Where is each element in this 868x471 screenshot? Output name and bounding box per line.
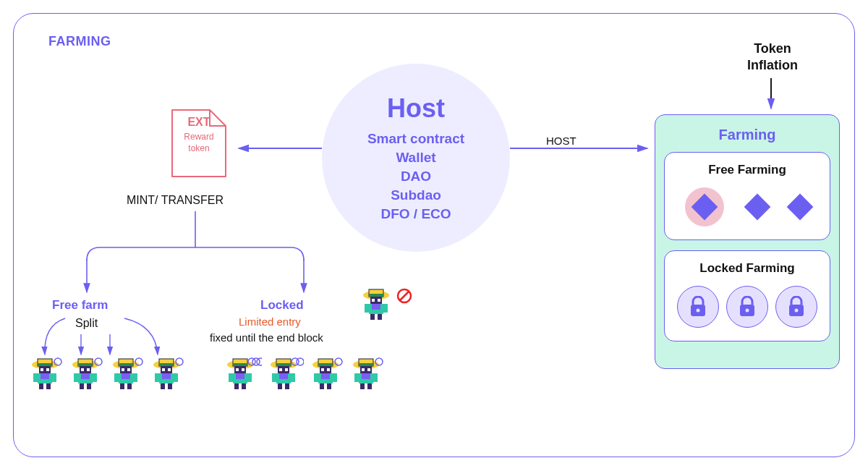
ext-document: EXT Reward token [169, 107, 229, 179]
farmer-icon [110, 357, 145, 392]
diamond-icon [692, 194, 718, 221]
svg-line-20 [400, 292, 409, 300]
diamond-highlighted [685, 187, 724, 226]
locked-label: Locked [260, 298, 304, 313]
token-inflation-2: Inflation [747, 58, 798, 72]
lock-circle [726, 286, 768, 328]
lock-icon [737, 296, 757, 318]
free-farming-box: Free Farming [664, 152, 830, 240]
host-line-5: DFO / ECO [380, 206, 451, 222]
locked-farming-title: Locked Farming [673, 261, 821, 276]
limited-entry-label: Limited entry [239, 315, 301, 328]
free-farming-title: Free Farming [673, 163, 821, 177]
host-line-4: Subdao [391, 187, 441, 203]
svg-point-1 [697, 309, 700, 313]
lock-icon [786, 296, 807, 318]
lock-icon [688, 296, 708, 318]
farmer-icon [224, 357, 262, 392]
token-inflation-label: Token Inflation [729, 41, 816, 75]
free-farm-label: Free farm [52, 298, 108, 313]
ban-icon [396, 288, 412, 307]
host-line-1: Smart contract [367, 131, 464, 147]
mint-transfer-label: MINT/ TRANSFER [127, 194, 224, 207]
split-label: Split [75, 317, 98, 330]
ext-sub: Reward token [169, 132, 229, 154]
token-inflation-1: Token [754, 41, 791, 56]
lock-circle [775, 286, 817, 328]
host-line-3: DAO [401, 169, 431, 184]
host-title: Host [387, 93, 445, 124]
frame-title: FARMING [48, 34, 111, 49]
locked-farming-box: Locked Farming [664, 250, 830, 341]
farmer-icon [268, 357, 304, 392]
farmer-icon [360, 288, 395, 323]
diamond-row [673, 187, 821, 226]
farmer-icon [69, 357, 104, 392]
farming-panel: Farming Free Farming Locked Farming [655, 114, 840, 369]
lock-row [673, 286, 821, 328]
ext-sub1: Reward [184, 132, 213, 142]
diamond-icon [791, 198, 809, 216]
farmer-icon [310, 357, 344, 392]
farmer-icon [29, 357, 64, 392]
farming-panel-title: Farming [664, 127, 830, 143]
ext-sub2: token [188, 143, 209, 153]
svg-point-3 [746, 309, 749, 313]
locked-farmers [224, 357, 385, 392]
farmer-banned [360, 288, 395, 326]
ext-title: EXT [169, 116, 229, 129]
farmer-icon [350, 357, 385, 392]
svg-point-5 [795, 309, 799, 313]
host-arrow-label: HOST [546, 135, 576, 147]
host-circle: Host Smart contract Wallet DAO Subdao DF… [322, 64, 510, 252]
lock-circle [677, 286, 719, 328]
free-farm-farmers [29, 357, 185, 392]
farmer-icon [150, 357, 185, 392]
fixed-until-label: fixed until the end block [210, 331, 323, 344]
host-line-2: Wallet [396, 150, 435, 166]
diamond-icon [748, 198, 767, 216]
